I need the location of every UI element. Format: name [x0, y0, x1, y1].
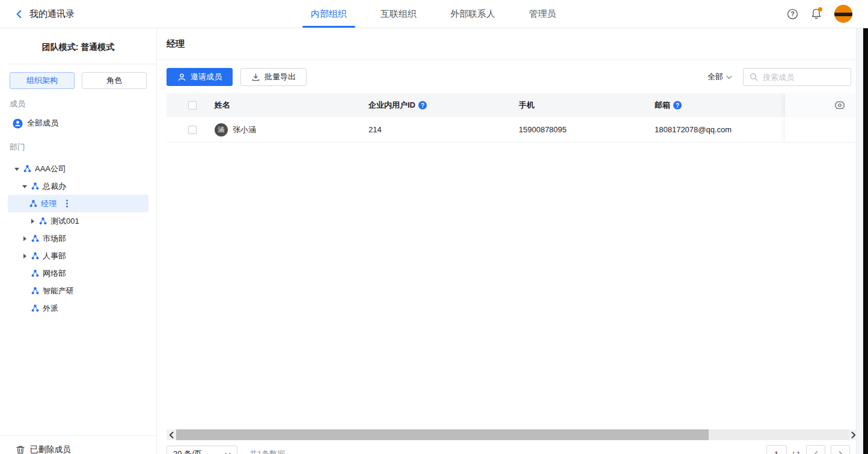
table-header-row: 姓名 企业内用户ID 手机 邮箱 — [167, 93, 857, 117]
tree-item-label: 外派 — [43, 303, 58, 314]
tree-item-label: 智能产研 — [43, 286, 74, 296]
member-phone-cell: 15900878095 — [519, 117, 655, 143]
screen-edge-strip — [863, 28, 868, 454]
caret-collapsed-icon[interactable] — [29, 218, 35, 224]
svg-text:?: ? — [790, 11, 794, 17]
caret-spacer — [22, 271, 28, 277]
current-page-input[interactable]: 1 — [766, 445, 787, 454]
tab-external-contacts[interactable]: 外部联系人 — [433, 0, 512, 28]
page-title: 我的通讯录 — [29, 8, 75, 20]
column-phone: 手机 — [519, 93, 655, 117]
org-structure-button[interactable]: 组织架构 — [10, 72, 75, 89]
department-icon — [23, 165, 31, 173]
department-icon — [31, 287, 39, 295]
caret-expanded-icon[interactable] — [14, 166, 20, 172]
prev-page-button[interactable] — [806, 445, 825, 454]
select-all-checkbox[interactable] — [188, 101, 197, 109]
vertical-scrollbar-track[interactable] — [856, 28, 863, 454]
caret-collapsed-icon[interactable] — [22, 236, 28, 242]
role-button[interactable]: 角色 — [82, 72, 147, 89]
department-title: 经理 — [157, 28, 863, 60]
search-input[interactable] — [762, 72, 845, 82]
chevron-down-icon — [225, 452, 231, 454]
user-id-help-icon[interactable] — [418, 101, 427, 109]
search-box — [743, 68, 851, 86]
invite-member-button[interactable]: 邀请成员 — [167, 68, 233, 86]
member-avatar: 涵 — [215, 123, 228, 137]
member-name: 张小涵 — [233, 124, 256, 135]
sidebar-toggle: 组织架构 角色 — [10, 72, 147, 89]
deleted-members-item[interactable]: 已删除成员 — [0, 435, 156, 454]
contacts-page: 我的通讯录 内部组织 互联组织 外部联系人 管理员 ? 团队模式: 普通模式 组… — [0, 0, 868, 454]
top-header: 我的通讯录 内部组织 互联组织 外部联系人 管理员 ? — [0, 0, 868, 28]
team-mode-label: 团队模式: 普通模式 — [0, 28, 156, 64]
tree-item-president-office[interactable]: 总裁办 — [0, 177, 156, 195]
tree-item-aaa-company[interactable]: AAA公司 — [0, 160, 156, 177]
members-section-label: 成员 — [10, 99, 147, 109]
email-help-icon[interactable] — [673, 101, 682, 109]
tree-item-label: 经理 — [41, 198, 57, 209]
tree-item-test001[interactable]: 测试001 — [0, 212, 156, 230]
scrollbar-track[interactable] — [176, 429, 849, 440]
caret-expanded-icon[interactable] — [22, 183, 28, 189]
tree-item-manager-selected[interactable]: 经理 — [8, 195, 148, 212]
column-email: 邮箱 — [655, 93, 785, 117]
notification-bell-icon[interactable] — [810, 8, 822, 20]
department-tree: AAA公司 总裁办 经理 测试001 市场部 — [0, 160, 156, 317]
more-actions-icon[interactable] — [65, 198, 69, 209]
total-pages-label: / 1 — [792, 450, 801, 454]
help-icon[interactable]: ? — [786, 8, 798, 20]
deleted-members-label: 已删除成员 — [30, 444, 71, 454]
department-icon — [39, 217, 47, 225]
toolbar-right: 全部 — [708, 68, 851, 86]
next-page-button[interactable] — [831, 445, 850, 454]
column-settings-gear-icon[interactable] — [835, 100, 845, 110]
row-checkbox[interactable] — [188, 126, 197, 134]
all-members-item[interactable]: 全部成员 — [0, 114, 156, 132]
tree-item-hr[interactable]: 人事部 — [0, 247, 156, 265]
header-tabs: 内部组织 互联组织 外部联系人 管理员 — [294, 0, 573, 28]
invite-person-icon — [177, 73, 186, 82]
all-members-icon — [13, 118, 23, 129]
pagination-bar: 20 条/页 共1条数据 1 / 1 — [167, 445, 850, 454]
department-icon — [31, 304, 39, 312]
member-email-cell: 1808172078@qq.com — [655, 117, 785, 143]
back-chevron-icon — [16, 10, 22, 19]
departments-section-label: 部门 — [10, 142, 147, 153]
department-icon — [31, 252, 39, 260]
tree-item-network[interactable]: 网络部 — [0, 265, 156, 282]
tree-item-smart-rd[interactable]: 智能产研 — [0, 282, 156, 299]
total-count-label: 共1条数据 — [249, 449, 285, 454]
main-content: 经理 邀请成员 批量导出 全部 — [157, 28, 863, 454]
scroll-left-arrow[interactable] — [167, 429, 176, 440]
page-size-select[interactable]: 20 条/页 — [167, 446, 237, 454]
tree-item-label: 网络部 — [43, 268, 66, 279]
scrollbar-thumb[interactable] — [176, 429, 709, 440]
page-size-value: 20 条/页 — [173, 449, 202, 454]
member-name-cell: 涵 张小涵 — [215, 117, 368, 143]
member-row[interactable]: 涵 张小涵 214 15900878095 1808172078@qq.com — [167, 117, 857, 143]
tree-item-label: 总裁办 — [43, 181, 66, 192]
back-button[interactable]: 我的通讯录 — [16, 0, 75, 28]
pager-controls: 1 / 1 — [766, 445, 850, 454]
column-settings — [785, 93, 857, 117]
tree-item-outsourced[interactable]: 外派 — [0, 299, 156, 317]
tree-item-marketing[interactable]: 市场部 — [0, 230, 156, 247]
sidebar: 团队模式: 普通模式 组织架构 角色 成员 全部成员 部门 AAA公司 总裁办 — [0, 28, 157, 454]
caret-spacer — [22, 288, 28, 294]
batch-export-button[interactable]: 批量导出 — [240, 68, 307, 86]
department-icon — [31, 182, 39, 190]
department-icon — [31, 269, 39, 277]
user-avatar[interactable] — [834, 5, 852, 23]
batch-export-label: 批量导出 — [264, 72, 296, 82]
caret-collapsed-icon[interactable] — [22, 253, 28, 259]
horizontal-scrollbar — [167, 429, 858, 440]
filter-dropdown[interactable]: 全部 — [708, 72, 732, 82]
tab-connected-org[interactable]: 互联组织 — [364, 0, 433, 28]
tab-admins[interactable]: 管理员 — [512, 0, 573, 28]
department-icon — [31, 235, 39, 242]
tab-internal-org[interactable]: 内部组织 — [294, 0, 364, 28]
table-body: 涵 张小涵 214 15900878095 1808172078@qq.com — [167, 117, 857, 143]
member-actions-cell — [785, 117, 857, 143]
filter-value: 全部 — [708, 72, 723, 82]
